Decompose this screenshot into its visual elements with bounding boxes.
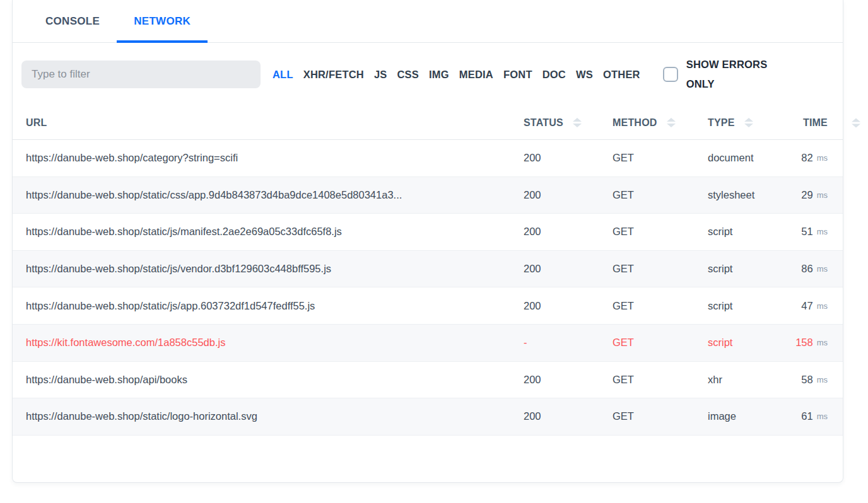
request-status: 200 xyxy=(524,263,613,275)
request-method: GET xyxy=(613,263,708,275)
column-header-time[interactable]: TIME xyxy=(783,117,843,129)
table-row[interactable]: https://danube-web.shop/static/logo-hori… xyxy=(13,398,843,436)
request-method: GET xyxy=(613,152,708,164)
table-row[interactable]: https://danube-web.shop/static/js/vendor… xyxy=(13,251,843,288)
request-status: 200 xyxy=(524,300,613,312)
request-status: 200 xyxy=(524,152,613,164)
request-method: GET xyxy=(613,410,708,422)
tab-network[interactable]: NETWORK xyxy=(117,0,208,42)
sort-icon[interactable] xyxy=(667,118,676,127)
request-type: stylesheet xyxy=(708,189,783,201)
network-panel: CONSOLENETWORK ALLXHR/FETCHJSCSSIMGMEDIA… xyxy=(12,0,843,483)
sort-down-arrow xyxy=(667,124,676,127)
request-time-value: 58 xyxy=(801,374,812,386)
request-url: https://danube-web.shop/static/css/app.9… xyxy=(13,189,524,201)
request-status: 200 xyxy=(524,374,613,386)
request-time: 61ms xyxy=(783,410,843,422)
request-time-value: 86 xyxy=(801,263,812,275)
column-header-method[interactable]: METHOD xyxy=(613,117,708,129)
request-time: 51ms xyxy=(783,226,843,238)
request-type: document xyxy=(708,152,783,164)
request-time: 86ms xyxy=(783,263,843,275)
tab-console[interactable]: CONSOLE xyxy=(28,0,117,42)
request-time-value: 29 xyxy=(801,189,812,201)
request-time-unit: ms xyxy=(817,264,828,274)
request-url: https://danube-web.shop/category?string=… xyxy=(13,152,524,164)
table-row[interactable]: https://kit.fontawesome.com/1a858c55db.j… xyxy=(13,325,843,362)
request-time-unit: ms xyxy=(817,301,828,311)
table-header: URLSTATUSMETHODTYPETIME xyxy=(13,106,843,140)
type-filter-img[interactable]: IMG xyxy=(429,69,449,81)
sort-icon[interactable] xyxy=(852,118,860,127)
request-time-value: 47 xyxy=(801,300,812,312)
request-type: script xyxy=(708,300,783,312)
type-filter-xhr-fetch[interactable]: XHR/FETCH xyxy=(303,69,364,81)
request-time-unit: ms xyxy=(817,190,828,200)
request-time-value: 51 xyxy=(801,226,812,238)
request-time-unit: ms xyxy=(817,375,828,384)
request-status: 200 xyxy=(524,189,613,201)
sort-up-arrow xyxy=(667,118,676,122)
column-header-label: TYPE xyxy=(708,117,735,129)
sort-up-arrow xyxy=(573,118,582,122)
type-filter-css[interactable]: CSS xyxy=(397,69,419,81)
type-filter-other[interactable]: OTHER xyxy=(603,69,640,81)
request-status: 200 xyxy=(524,410,613,422)
type-filter-js[interactable]: JS xyxy=(374,69,387,81)
column-header-label: TIME xyxy=(803,117,828,129)
request-time-unit: ms xyxy=(817,153,828,163)
table-row[interactable]: https://danube-web.shop/api/books200GETx… xyxy=(13,362,843,399)
request-type: xhr xyxy=(708,374,783,386)
column-header-label: STATUS xyxy=(524,117,563,129)
show-errors-toggle[interactable]: SHOW ERRORS ONLY xyxy=(663,55,781,94)
filter-bar: ALLXHR/FETCHJSCSSIMGMEDIAFONTDOCWSOTHER … xyxy=(13,43,843,106)
request-type: script xyxy=(708,226,783,238)
tab-bar: CONSOLENETWORK xyxy=(13,0,843,43)
type-filter-group: ALLXHR/FETCHJSCSSIMGMEDIAFONTDOCWSOTHER xyxy=(273,69,640,81)
column-header-label: URL xyxy=(26,117,47,128)
request-time-value: 82 xyxy=(801,152,812,164)
request-time-value: 158 xyxy=(795,337,813,349)
sort-up-arrow xyxy=(852,118,860,122)
request-url: https://danube-web.shop/static/logo-hori… xyxy=(13,410,524,422)
type-filter-ws[interactable]: WS xyxy=(576,69,593,81)
request-time: 58ms xyxy=(783,374,843,386)
type-filter-media[interactable]: MEDIA xyxy=(459,69,493,81)
request-method: GET xyxy=(613,226,708,238)
request-time: 158ms xyxy=(783,337,843,349)
column-header-status[interactable]: STATUS xyxy=(524,117,613,129)
sort-icon[interactable] xyxy=(744,118,753,127)
show-errors-label: SHOW ERRORS ONLY xyxy=(686,55,781,94)
type-filter-all[interactable]: ALL xyxy=(273,69,293,81)
request-status: 200 xyxy=(524,226,613,238)
request-type: image xyxy=(708,410,783,422)
column-header-type[interactable]: TYPE xyxy=(708,117,783,129)
sort-icon[interactable] xyxy=(573,118,582,127)
column-header-url: URL xyxy=(13,117,524,129)
filter-input[interactable] xyxy=(21,61,261,88)
request-type: script xyxy=(708,263,783,275)
table-row[interactable]: https://danube-web.shop/static/css/app.9… xyxy=(13,177,843,214)
request-method: GET xyxy=(613,189,708,201)
request-time-unit: ms xyxy=(817,412,828,421)
request-url: https://danube-web.shop/static/js/manife… xyxy=(13,226,524,238)
table-row[interactable]: https://danube-web.shop/static/js/app.60… xyxy=(13,287,843,325)
request-time-unit: ms xyxy=(817,338,828,347)
table-body: https://danube-web.shop/category?string=… xyxy=(13,140,843,436)
request-method: GET xyxy=(613,374,708,386)
sort-up-arrow xyxy=(744,118,753,122)
request-time: 47ms xyxy=(783,300,843,312)
type-filter-doc[interactable]: DOC xyxy=(542,69,566,81)
request-method: GET xyxy=(613,337,708,349)
sort-down-arrow xyxy=(744,124,753,127)
table-row[interactable]: https://danube-web.shop/category?string=… xyxy=(13,140,843,177)
show-errors-checkbox[interactable] xyxy=(663,67,678,82)
table-row[interactable]: https://danube-web.shop/static/js/manife… xyxy=(13,214,843,251)
request-time-value: 61 xyxy=(801,410,812,422)
sort-down-arrow xyxy=(852,124,860,127)
request-type: script xyxy=(708,337,783,349)
request-time-unit: ms xyxy=(817,227,828,236)
type-filter-font[interactable]: FONT xyxy=(503,69,532,81)
column-header-label: METHOD xyxy=(613,117,657,129)
request-url: https://kit.fontawesome.com/1a858c55db.j… xyxy=(13,337,524,349)
